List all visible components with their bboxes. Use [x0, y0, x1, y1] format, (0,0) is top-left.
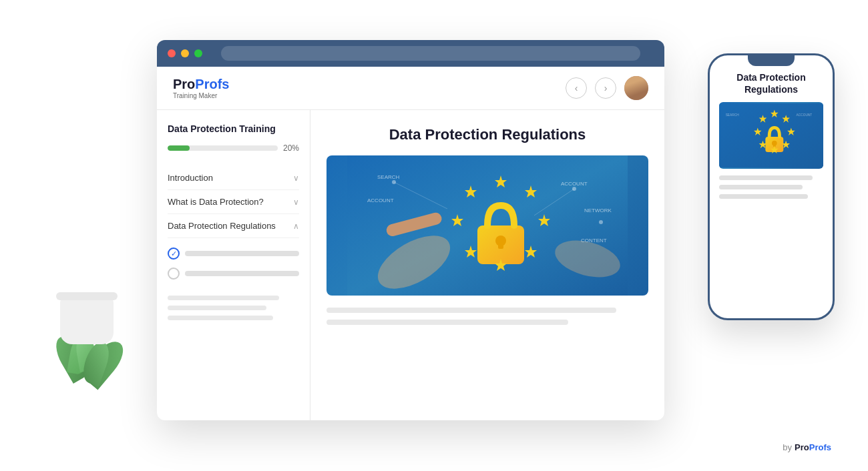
svg-text:ACCOUNT: ACCOUNT [797, 113, 813, 117]
app-header: ProProfs Training Maker ‹ › [157, 67, 664, 110]
main-content: Data Protection Regulations [310, 110, 664, 420]
logo-subtitle: Training Maker [173, 92, 229, 99]
svg-text:NETWORK: NETWORK [584, 207, 612, 213]
placeholder-line-1 [168, 296, 279, 300]
progress-track [168, 145, 278, 151]
progress-label: 20% [283, 143, 299, 153]
window-close-button[interactable] [168, 49, 176, 57]
proprofs-logo: ProProfs Training Maker [173, 77, 229, 99]
next-button[interactable]: › [595, 77, 616, 99]
progress-fill [168, 145, 190, 151]
phone-image: SEARCH ACCOUNT [719, 102, 823, 169]
footer-profs: Profs [809, 442, 831, 452]
checkmark-icon: ✓ [171, 250, 177, 258]
browser-window: ProProfs Training Maker ‹ › Data Protect… [157, 40, 664, 420]
content-line-1 [327, 308, 616, 313]
phone-eu-illustration-svg: SEARCH ACCOUNT [719, 102, 823, 169]
content-image: SEARCH ACCOUNT NETWORK ACCOUNT CONTENT [327, 155, 648, 296]
svg-text:SEARCH: SEARCH [377, 174, 400, 180]
plant-decoration [43, 298, 130, 431]
mobile-phone: Data Protection Regulations [708, 53, 835, 320]
browser-body: ProProfs Training Maker ‹ › Data Protect… [157, 67, 664, 420]
chevron-down-icon: ∨ [293, 173, 299, 183]
chevron-down-icon-2: ∨ [293, 197, 299, 207]
menu-item-introduction[interactable]: Introduction ∨ [168, 166, 299, 190]
browser-titlebar [157, 40, 664, 67]
footer-by-text: by [783, 442, 792, 452]
menu-item-what-is-data-protection[interactable]: What is Data Protection? ∨ [168, 190, 299, 214]
sidebar-title: Data Protection Training [168, 123, 299, 134]
svg-text:ACCOUNT: ACCOUNT [367, 197, 394, 203]
content-title: Data Protection Regulations [327, 126, 648, 143]
svg-text:SEARCH: SEARCH [726, 113, 740, 117]
menu-item-regulations-label: Data Protection Regulations [168, 221, 276, 231]
logo-text: ProProfs [173, 77, 229, 91]
phone-line-3 [719, 194, 808, 199]
prev-button[interactable]: ‹ [566, 77, 587, 99]
footer-brand: by ProProfs [783, 442, 831, 452]
sub-item-2[interactable] [168, 264, 299, 284]
app-content: Data Protection Training 20% Introductio… [157, 110, 664, 420]
eu-illustration-svg: SEARCH ACCOUNT NETWORK ACCOUNT CONTENT [327, 155, 648, 296]
svg-point-17 [599, 220, 603, 224]
placeholder-lines [168, 296, 299, 320]
sub-item-line-1 [185, 251, 299, 256]
avatar[interactable] [624, 76, 648, 100]
placeholder-line-3 [168, 316, 273, 320]
header-nav: ‹ › [566, 76, 648, 100]
phone-notch [748, 55, 795, 66]
sub-item-line-2 [185, 271, 299, 276]
url-bar[interactable] [221, 46, 640, 61]
menu-item-introduction-label: Introduction [168, 173, 213, 183]
content-line-2 [327, 320, 568, 325]
footer-logo-text: ProProfs [795, 442, 831, 452]
sub-item-1[interactable]: ✓ [168, 244, 299, 264]
menu-item-data-protection-regulations[interactable]: Data Protection Regulations ∧ [168, 214, 299, 238]
sub-items: ✓ [168, 238, 299, 289]
svg-text:ACCOUNT: ACCOUNT [561, 181, 588, 187]
content-placeholder-lines [327, 308, 648, 325]
plant-pot [60, 298, 114, 344]
window-minimize-button[interactable] [181, 49, 189, 57]
avatar-image [624, 76, 648, 100]
svg-rect-3 [498, 241, 503, 249]
check-circle-empty [168, 268, 180, 280]
phone-line-1 [719, 175, 813, 180]
phone-lines [719, 175, 823, 199]
window-maximize-button[interactable] [194, 49, 202, 57]
sidebar: Data Protection Training 20% Introductio… [157, 110, 310, 420]
chevron-up-icon: ∧ [293, 221, 299, 231]
placeholder-line-2 [168, 306, 266, 310]
logo-pro: Pro [173, 77, 195, 91]
logo-profs: Profs [195, 77, 229, 91]
phone-title: Data Protection Regulations [719, 71, 823, 95]
menu-item-what-label: What is Data Protection? [168, 197, 264, 207]
progress-bar-container: 20% [168, 143, 299, 153]
phone-content: Data Protection Regulations [710, 66, 833, 209]
svg-text:CONTENT: CONTENT [581, 238, 607, 244]
footer-pro: Pro [795, 442, 809, 452]
phone-line-2 [719, 185, 803, 189]
check-circle-checked: ✓ [168, 248, 180, 260]
scene: ProProfs Training Maker ‹ › Data Protect… [0, 0, 868, 471]
